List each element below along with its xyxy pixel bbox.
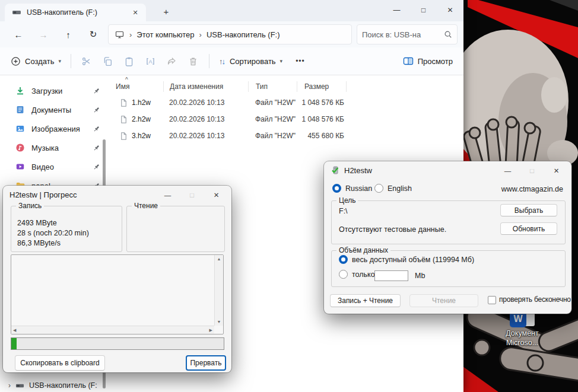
file-name: 2.h2w <box>132 115 151 123</box>
read-group-label: Чтение <box>132 202 160 210</box>
website-link[interactable]: www.ctmagazin.de <box>501 185 563 193</box>
create-button[interactable]: Создать ▾ <box>6 51 66 71</box>
share-button[interactable] <box>161 51 183 71</box>
pin-icon <box>93 163 100 171</box>
tab-close-icon[interactable]: ✕ <box>129 7 141 18</box>
minimize-button[interactable]: — <box>155 187 180 202</box>
cut-button[interactable] <box>76 51 97 71</box>
window-title: H2testw <box>344 166 372 175</box>
breadcrumb-item-this-pc[interactable]: Этот компьютер <box>136 30 194 39</box>
column-header-name[interactable]: ^Имя <box>107 81 163 92</box>
choose-button[interactable]: Выбрать <box>500 204 557 216</box>
view-label: Просмотр <box>418 57 453 66</box>
abort-button[interactable]: Прервать <box>186 355 226 371</box>
create-label: Создать <box>25 57 54 66</box>
log-list-box[interactable]: ▲ ▼ ◀ ▶ <box>11 254 224 334</box>
sort-label: Сортировать <box>230 57 276 66</box>
language-russian-radio[interactable]: Russian <box>332 184 372 193</box>
back-button[interactable]: ← <box>6 30 31 40</box>
horizontal-scrollbar[interactable]: ◀ ▶ <box>11 326 214 334</box>
all-volume-radio[interactable]: весь доступный объём (119994 Мб) <box>339 255 474 264</box>
up-button[interactable]: ↑ <box>56 30 81 40</box>
file-row[interactable]: 3.h2w 20.02.2026 10:13 Файл "H2W" 455 68… <box>107 128 463 144</box>
only-volume-radio[interactable]: только <box>339 270 375 279</box>
this-pc-icon <box>115 30 125 39</box>
sidebar-item-downloads[interactable]: Загрузки <box>0 81 107 100</box>
read-only-button[interactable]: Чтение <box>409 294 478 307</box>
progress-bar <box>11 337 224 350</box>
target-status: Отсутствуют тестовые данные. <box>339 225 446 234</box>
explorer-window-controls: — □ ✕ <box>383 0 463 20</box>
refresh-button[interactable]: Обновить <box>500 222 557 235</box>
sidebar-item-documents[interactable]: Документы <box>0 100 107 119</box>
column-header-type[interactable]: Тип <box>248 81 297 92</box>
file-name: 1.h2w <box>132 98 151 107</box>
scroll-down-icon[interactable]: ▼ <box>217 320 221 324</box>
rename-button[interactable]: A <box>140 51 161 71</box>
file-date: 20.02.2026 10:13 <box>163 132 248 140</box>
file-row[interactable]: 2.h2w 20.02.2026 10:13 Файл "H2W" 1 048 … <box>107 111 463 128</box>
trash-icon <box>188 56 198 66</box>
drive-icon <box>12 8 21 17</box>
close-button[interactable]: ✕ <box>437 0 463 20</box>
explorer-toolbar: Создать ▾ A ↑↓ <box>0 47 463 75</box>
sidebar-item-pictures[interactable]: Изображения <box>0 119 107 138</box>
file-icon <box>119 98 128 107</box>
sidebar-item-label: Загрузки <box>31 87 86 95</box>
breadcrumb[interactable]: › Этот компьютер › USB-накопитель (F:) <box>108 24 352 44</box>
scroll-right-icon[interactable]: ▶ <box>209 328 212 332</box>
copy-button[interactable] <box>97 51 119 71</box>
file-size: 1 048 576 КБ <box>297 115 347 123</box>
new-tab-button[interactable]: + <box>159 4 173 18</box>
copy-to-clipboard-button[interactable]: Скопировать в clipboard <box>15 355 105 371</box>
file-type: Файл "H2W" <box>248 132 297 140</box>
forward-button[interactable]: → <box>31 30 56 40</box>
sidebar-item-videos[interactable]: Видео <box>0 157 107 176</box>
file-row[interactable]: 1.h2w 20.02.2026 10:13 Файл "H2W" 1 048 … <box>107 94 463 111</box>
vertical-scrollbar[interactable]: ▲ ▼ <box>214 255 223 326</box>
pictures-icon <box>15 124 25 133</box>
search-placeholder: Поиск в: USB-на <box>362 30 440 39</box>
language-english-radio[interactable]: English <box>374 184 412 193</box>
write-read-button[interactable]: Запись + Чтение <box>330 294 401 307</box>
file-size: 1 048 576 КБ <box>297 98 347 107</box>
write-speed: 86,3 MByte/s <box>17 238 89 248</box>
search-input[interactable]: Поиск в: USB-на <box>357 24 458 44</box>
file-date: 20.02.2026 10:13 <box>163 115 248 123</box>
view-button[interactable]: Просмотр <box>398 51 458 71</box>
data-volume-groupbox: Объём данных весь доступный объём (11999… <box>331 250 566 287</box>
write-time: 28 s (noch 20:20 min) <box>17 228 89 238</box>
radio-unselected-icon <box>339 270 348 279</box>
target-path: F:\ <box>339 207 348 215</box>
explorer-tab[interactable]: USB-накопитель (F:) ✕ <box>5 4 146 21</box>
sidebar-item-usb-drive[interactable]: › USB-накопитель (F: <box>0 377 116 392</box>
maximize-button[interactable]: □ <box>410 0 437 20</box>
window-title: H2testw | Прогресс <box>9 190 77 199</box>
volume-mb-input[interactable] <box>374 270 408 281</box>
delete-button[interactable] <box>183 51 204 71</box>
paste-button[interactable] <box>119 51 140 71</box>
toolbar-divider <box>209 54 209 68</box>
sidebar-item-label: Видео <box>31 162 86 171</box>
breadcrumb-item-usb-drive[interactable]: USB-накопитель (F:) <box>207 30 280 39</box>
scroll-up-icon[interactable]: ▲ <box>217 257 221 261</box>
more-options-button[interactable]: ••• <box>287 57 313 65</box>
tab-title: USB-накопитель (F:) <box>27 8 124 17</box>
desktop: W Документ Microso... USB-накопитель (F:… <box>0 0 578 392</box>
minimize-button[interactable]: — <box>496 163 520 178</box>
close-button[interactable]: ✕ <box>544 163 569 178</box>
column-header-date[interactable]: Дата изменения <box>163 81 248 92</box>
expand-chevron-icon[interactable]: › <box>8 381 11 390</box>
endless-checkbox[interactable] <box>488 296 496 304</box>
sort-button[interactable]: ↑↓ Сортировать ▾ <box>214 51 287 71</box>
sidebar-item-music[interactable]: Музыка <box>0 138 107 157</box>
column-header-size[interactable]: Размер <box>297 81 347 92</box>
refresh-button[interactable]: ↻ <box>81 29 106 40</box>
write-groupbox: Запись 2493 MByte 28 s (noch 20:20 min) … <box>11 206 122 252</box>
minimize-button[interactable]: — <box>383 0 410 20</box>
drive-icon <box>15 381 24 390</box>
write-stats: 2493 MByte 28 s (noch 20:20 min) 86,3 MB… <box>17 218 89 248</box>
write-bytes: 2493 MByte <box>17 218 89 228</box>
close-button[interactable]: ✕ <box>204 187 228 202</box>
scroll-left-icon[interactable]: ◀ <box>13 328 16 332</box>
